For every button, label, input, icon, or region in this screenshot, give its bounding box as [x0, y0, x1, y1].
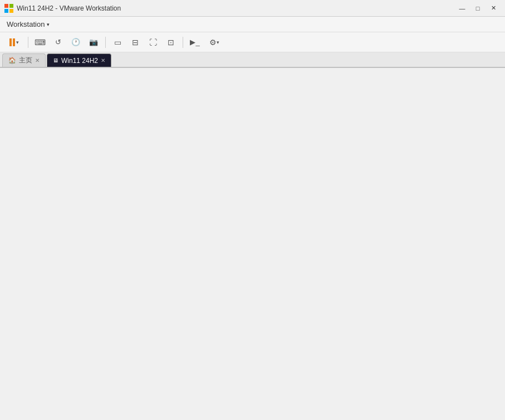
tab-home[interactable]: 🏠 主页 ✕: [2, 53, 46, 67]
menu-bar: Workstation ▾: [0, 17, 505, 32]
keyboard-icon: ⌨: [35, 38, 46, 47]
tab-home-close[interactable]: ✕: [35, 57, 40, 64]
ctrl-alt-del-button[interactable]: ⌨: [32, 35, 48, 50]
view-fullscreen-button[interactable]: ⛶: [145, 35, 161, 50]
pause-icon: [9, 38, 15, 46]
console-icon: ▶_: [190, 38, 199, 46]
view-unity-button[interactable]: ⊟: [127, 35, 144, 50]
svg-rect-0: [4, 4, 8, 8]
revert-snapshot-button[interactable]: ↺: [50, 35, 66, 50]
settings-dropdown-arrow: ▾: [217, 40, 219, 45]
pause-button[interactable]: ▾: [3, 35, 24, 50]
view-fit-button[interactable]: ⊡: [163, 35, 179, 50]
close-button[interactable]: ✕: [486, 3, 501, 14]
console-button[interactable]: ▶_: [187, 35, 203, 50]
svg-rect-3: [9, 9, 13, 13]
vm-icon: 🖥: [53, 57, 58, 64]
toolbar-separator-3: [183, 37, 183, 48]
pause-dropdown-arrow: ▾: [16, 40, 19, 45]
svg-rect-2: [4, 9, 8, 13]
window-controls: — □ ✕: [455, 3, 501, 14]
title-bar: Win11 24H2 - VMware Workstation — □ ✕: [0, 0, 505, 17]
settings-icon: ⚙: [209, 38, 217, 47]
settings-dropdown-button[interactable]: ⚙ ▾: [204, 35, 224, 50]
tab-vm[interactable]: 🖥 Win11 24H2 ✕: [47, 53, 111, 67]
tab-home-label: 主页: [19, 56, 32, 65]
minimize-button[interactable]: —: [455, 3, 469, 14]
view-normal-button[interactable]: ▭: [109, 35, 126, 50]
view-unity-icon: ⊟: [132, 38, 139, 47]
toolbar-separator-2: [105, 37, 106, 48]
dropdown-arrow-icon: ▾: [47, 22, 50, 27]
tab-vm-label: Win11 24H2: [61, 57, 98, 65]
tabs-bar: 🏠 主页 ✕ 🖥 Win11 24H2 ✕: [0, 52, 505, 68]
maximize-button[interactable]: □: [470, 3, 485, 14]
snapshot-manager-icon: 🕐: [71, 38, 80, 46]
window-title: Win11 24H2 - VMware Workstation: [17, 4, 455, 12]
take-snapshot-button[interactable]: 📷: [85, 35, 102, 50]
home-icon: 🏠: [8, 57, 16, 64]
snapshot-manager-button[interactable]: 🕐: [67, 35, 84, 50]
view-fit-icon: ⊡: [168, 38, 174, 47]
view-normal-icon: ▭: [114, 38, 121, 47]
revert-icon: ↺: [55, 38, 61, 46]
toolbar-separator-1: [28, 37, 28, 48]
svg-rect-1: [9, 4, 13, 8]
tab-vm-close[interactable]: ✕: [101, 57, 105, 64]
app-icon: [4, 4, 13, 13]
view-fullscreen-icon: ⛶: [149, 38, 157, 47]
camera-icon: 📷: [89, 38, 98, 46]
workstation-menu[interactable]: Workstation ▾: [2, 17, 54, 32]
toolbar: ▾ ⌨ ↺ 🕐 📷 ▭ ⊟ ⛶ ⊡ ▶_ ⚙ ▾: [0, 32, 505, 52]
